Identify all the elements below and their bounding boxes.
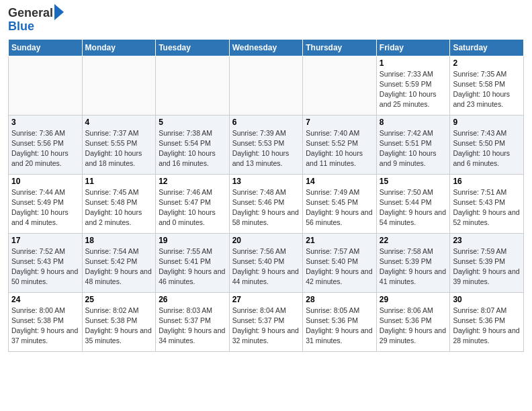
calendar-cell: 22Sunrise: 7:58 AM Sunset: 5:39 PM Dayli… — [376, 233, 450, 292]
week-row-3: 10Sunrise: 7:44 AM Sunset: 5:49 PM Dayli… — [9, 174, 524, 233]
day-number: 14 — [306, 177, 373, 186]
day-number: 23 — [453, 236, 521, 245]
day-info: Sunrise: 7:39 AM Sunset: 5:53 PM Dayligh… — [232, 128, 300, 169]
calendar-cell: 6Sunrise: 7:39 AM Sunset: 5:53 PM Daylig… — [229, 115, 303, 174]
day-number: 4 — [85, 118, 153, 127]
calendar-cell: 18Sunrise: 7:54 AM Sunset: 5:42 PM Dayli… — [82, 233, 156, 292]
week-row-2: 3Sunrise: 7:36 AM Sunset: 5:56 PM Daylig… — [9, 115, 524, 174]
header-row: SundayMondayTuesdayWednesdayThursdayFrid… — [9, 39, 524, 56]
day-info: Sunrise: 8:07 AM Sunset: 5:36 PM Dayligh… — [453, 306, 521, 347]
day-info: Sunrise: 7:42 AM Sunset: 5:51 PM Dayligh… — [380, 128, 447, 169]
calendar-cell: 16Sunrise: 7:51 AM Sunset: 5:43 PM Dayli… — [450, 174, 524, 233]
day-number: 15 — [380, 177, 447, 186]
logo-arrow-icon — [54, 4, 64, 20]
calendar-cell: 27Sunrise: 8:04 AM Sunset: 5:37 PM Dayli… — [229, 292, 303, 351]
day-number: 30 — [453, 295, 521, 304]
header-day-saturday: Saturday — [450, 39, 524, 56]
header-day-monday: Monday — [82, 39, 156, 56]
header-day-thursday: Thursday — [303, 39, 377, 56]
day-info: Sunrise: 7:40 AM Sunset: 5:52 PM Dayligh… — [306, 128, 373, 169]
calendar-cell: 12Sunrise: 7:46 AM Sunset: 5:47 PM Dayli… — [156, 174, 230, 233]
calendar-cell: 7Sunrise: 7:40 AM Sunset: 5:52 PM Daylig… — [303, 115, 377, 174]
page-container: General Blue SundayMondayTuesdayWednesda… — [0, 0, 532, 360]
calendar-cell: 20Sunrise: 7:56 AM Sunset: 5:40 PM Dayli… — [229, 233, 303, 292]
week-row-5: 24Sunrise: 8:00 AM Sunset: 5:38 PM Dayli… — [9, 292, 524, 351]
day-number: 21 — [306, 236, 373, 245]
day-number: 17 — [11, 236, 79, 245]
day-info: Sunrise: 7:50 AM Sunset: 5:44 PM Dayligh… — [380, 187, 447, 228]
calendar-cell: 28Sunrise: 8:05 AM Sunset: 5:36 PM Dayli… — [303, 292, 377, 351]
day-number: 9 — [453, 118, 521, 127]
day-info: Sunrise: 8:04 AM Sunset: 5:37 PM Dayligh… — [232, 306, 300, 347]
calendar-cell: 1Sunrise: 7:33 AM Sunset: 5:59 PM Daylig… — [376, 56, 450, 115]
logo-text-blue: Blue — [8, 20, 64, 34]
day-info: Sunrise: 7:46 AM Sunset: 5:47 PM Dayligh… — [159, 187, 226, 228]
day-number: 29 — [380, 295, 447, 304]
day-number: 2 — [453, 58, 521, 68]
calendar-cell: 15Sunrise: 7:50 AM Sunset: 5:44 PM Dayli… — [376, 174, 450, 233]
calendar-table: SundayMondayTuesdayWednesdayThursdayFrid… — [8, 39, 524, 352]
calendar-cell: 9Sunrise: 7:43 AM Sunset: 5:50 PM Daylig… — [450, 115, 524, 174]
day-number: 27 — [232, 295, 300, 304]
day-info: Sunrise: 8:06 AM Sunset: 5:36 PM Dayligh… — [380, 306, 447, 347]
calendar-cell: 8Sunrise: 7:42 AM Sunset: 5:51 PM Daylig… — [376, 115, 450, 174]
calendar-cell: 10Sunrise: 7:44 AM Sunset: 5:49 PM Dayli… — [9, 174, 83, 233]
calendar-cell: 29Sunrise: 8:06 AM Sunset: 5:36 PM Dayli… — [376, 292, 450, 351]
day-number: 19 — [159, 236, 226, 245]
day-number: 3 — [11, 118, 79, 127]
day-info: Sunrise: 7:58 AM Sunset: 5:39 PM Dayligh… — [380, 246, 447, 287]
day-info: Sunrise: 7:49 AM Sunset: 5:45 PM Dayligh… — [306, 187, 373, 228]
calendar-cell: 23Sunrise: 7:59 AM Sunset: 5:39 PM Dayli… — [450, 233, 524, 292]
day-number: 25 — [85, 295, 153, 304]
day-info: Sunrise: 7:52 AM Sunset: 5:43 PM Dayligh… — [11, 246, 79, 287]
calendar-cell: 21Sunrise: 7:57 AM Sunset: 5:40 PM Dayli… — [303, 233, 377, 292]
calendar-cell: 30Sunrise: 8:07 AM Sunset: 5:36 PM Dayli… — [450, 292, 524, 351]
day-info: Sunrise: 7:54 AM Sunset: 5:42 PM Dayligh… — [85, 246, 153, 287]
calendar-cell: 26Sunrise: 8:03 AM Sunset: 5:37 PM Dayli… — [156, 292, 230, 351]
calendar-body: 1Sunrise: 7:33 AM Sunset: 5:59 PM Daylig… — [9, 56, 524, 351]
day-info: Sunrise: 8:02 AM Sunset: 5:38 PM Dayligh… — [85, 306, 153, 347]
week-row-4: 17Sunrise: 7:52 AM Sunset: 5:43 PM Dayli… — [9, 233, 524, 292]
header-day-wednesday: Wednesday — [229, 39, 303, 56]
day-number: 12 — [159, 177, 226, 186]
day-number: 13 — [232, 177, 300, 186]
day-info: Sunrise: 7:43 AM Sunset: 5:50 PM Dayligh… — [453, 128, 521, 169]
day-number: 5 — [159, 118, 226, 127]
day-info: Sunrise: 7:44 AM Sunset: 5:49 PM Dayligh… — [11, 187, 79, 228]
day-info: Sunrise: 7:35 AM Sunset: 5:58 PM Dayligh… — [453, 69, 521, 110]
calendar-cell: 3Sunrise: 7:36 AM Sunset: 5:56 PM Daylig… — [9, 115, 83, 174]
day-info: Sunrise: 8:00 AM Sunset: 5:38 PM Dayligh… — [11, 306, 79, 347]
day-number: 28 — [306, 295, 373, 304]
day-number: 1 — [380, 58, 447, 68]
calendar-cell: 14Sunrise: 7:49 AM Sunset: 5:45 PM Dayli… — [303, 174, 377, 233]
day-number: 16 — [453, 177, 521, 186]
logo: General Blue — [8, 7, 64, 34]
day-number: 24 — [11, 295, 79, 304]
day-number: 8 — [380, 118, 447, 127]
day-number: 20 — [232, 236, 300, 245]
day-number: 18 — [85, 236, 153, 245]
day-info: Sunrise: 7:33 AM Sunset: 5:59 PM Dayligh… — [380, 69, 447, 110]
day-info: Sunrise: 7:57 AM Sunset: 5:40 PM Dayligh… — [306, 246, 373, 287]
day-number: 22 — [380, 236, 447, 245]
day-info: Sunrise: 8:05 AM Sunset: 5:36 PM Dayligh… — [306, 306, 373, 347]
calendar-cell: 13Sunrise: 7:48 AM Sunset: 5:46 PM Dayli… — [229, 174, 303, 233]
calendar-cell: 2Sunrise: 7:35 AM Sunset: 5:58 PM Daylig… — [450, 56, 524, 115]
day-number: 6 — [232, 118, 300, 127]
day-info: Sunrise: 7:36 AM Sunset: 5:56 PM Dayligh… — [11, 128, 79, 169]
calendar-cell: 17Sunrise: 7:52 AM Sunset: 5:43 PM Dayli… — [9, 233, 83, 292]
calendar-cell — [156, 56, 230, 115]
day-info: Sunrise: 8:03 AM Sunset: 5:37 PM Dayligh… — [159, 306, 226, 347]
calendar-cell — [229, 56, 303, 115]
calendar-cell: 4Sunrise: 7:37 AM Sunset: 5:55 PM Daylig… — [82, 115, 156, 174]
day-info: Sunrise: 7:45 AM Sunset: 5:48 PM Dayligh… — [85, 187, 153, 228]
day-info: Sunrise: 7:59 AM Sunset: 5:39 PM Dayligh… — [453, 246, 521, 287]
calendar-cell — [82, 56, 156, 115]
header: General Blue — [8, 7, 524, 34]
day-info: Sunrise: 7:48 AM Sunset: 5:46 PM Dayligh… — [232, 187, 300, 228]
calendar-cell — [9, 56, 83, 115]
week-row-1: 1Sunrise: 7:33 AM Sunset: 5:59 PM Daylig… — [9, 56, 524, 115]
calendar-cell: 25Sunrise: 8:02 AM Sunset: 5:38 PM Dayli… — [82, 292, 156, 351]
header-day-tuesday: Tuesday — [156, 39, 230, 56]
day-info: Sunrise: 7:38 AM Sunset: 5:54 PM Dayligh… — [159, 128, 226, 169]
